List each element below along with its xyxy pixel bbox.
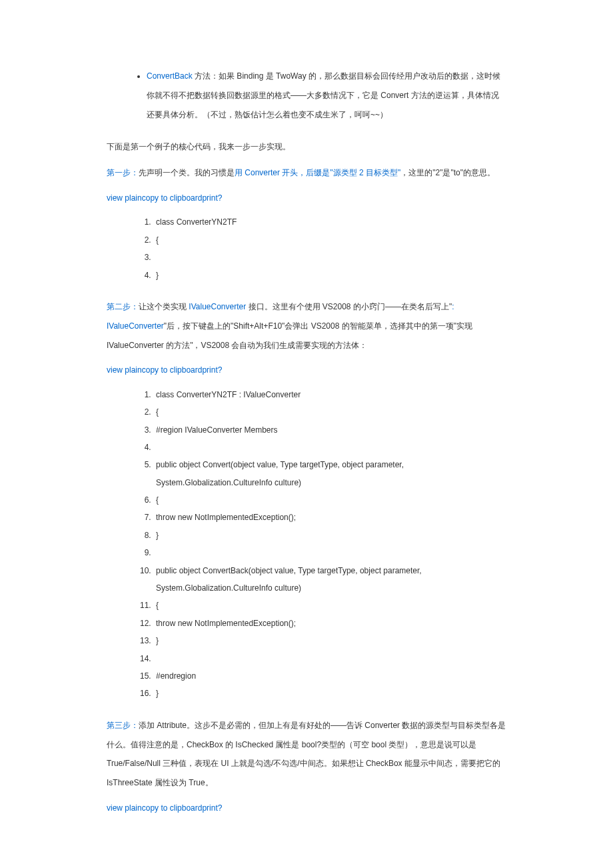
code-line: class ConverterYN2TF : IValueConverter xyxy=(153,386,506,403)
code-line xyxy=(153,439,506,456)
copy-link[interactable]: copy to clipboard xyxy=(142,803,203,813)
code-line: #region IValueConverter Members xyxy=(153,421,506,439)
code-line: } xyxy=(153,632,506,649)
step2-label: 第二步： xyxy=(107,302,139,311)
step3-label: 第三步： xyxy=(107,721,139,730)
bullet-item-convertback: ConvertBack 方法：如果 Binding 是 TwoWay 的，那么数… xyxy=(147,67,506,124)
view-links-3: view plaincopy to clipboardprint? xyxy=(107,799,506,817)
step1-label: 第一步： xyxy=(107,168,139,177)
code-line: throw new NotImplementedException(); xyxy=(153,509,506,526)
copy-link[interactable]: copy to clipboard xyxy=(142,365,203,375)
step3-text: 添加 Attribute。这步不是必需的，但加上有是有好处的——告诉 Conve… xyxy=(107,721,506,787)
step2-paragraph: 第二步：让这个类实现 IValueConverter 接口。这里有个使用 VS2… xyxy=(107,297,506,355)
step2-text2: 接口。这里有个使用 VS2008 的小窍门——在类名后写上" xyxy=(246,302,452,311)
step1-link: 用 Converter 开头，后缀是"源类型 2 目标类型" xyxy=(235,168,400,177)
code-line xyxy=(153,650,506,667)
view-plain-link[interactable]: view plain xyxy=(107,193,142,203)
step1-text-after: ，这里的"2"是"to"的意思。 xyxy=(400,168,495,177)
code-line: #endregion xyxy=(153,667,506,685)
code-block-1: class ConverterYN2TF { } xyxy=(107,213,506,284)
step2-text1: 让这个类实现 xyxy=(139,302,189,311)
print-link[interactable]: print xyxy=(202,193,217,203)
help-link[interactable]: ? xyxy=(218,193,223,203)
code-line: public object ConvertBack(object value, … xyxy=(153,562,506,597)
help-link[interactable]: ? xyxy=(218,365,223,375)
print-link[interactable]: print xyxy=(202,803,217,813)
intro-paragraph: 下面是第一个例子的核心代码，我来一步一步实现。 xyxy=(107,137,506,157)
print-link[interactable]: print xyxy=(202,365,217,375)
code-line xyxy=(153,249,506,266)
step3-paragraph: 第三步：添加 Attribute。这步不是必需的，但加上有是有好处的——告诉 C… xyxy=(107,716,506,793)
view-plain-link[interactable]: view plain xyxy=(107,803,142,813)
code-line: } xyxy=(153,527,506,544)
code-line: { xyxy=(153,597,506,614)
code-line: class ConverterYN2TF xyxy=(153,213,506,231)
code-line: { xyxy=(153,231,506,249)
view-links-2: view plaincopy to clipboardprint? xyxy=(107,361,506,379)
code-line: public object Convert(object value, Type… xyxy=(153,456,506,491)
code-line xyxy=(153,544,506,561)
step1-paragraph: 第一步：先声明一个类。我的习惯是用 Converter 开头，后缀是"源类型 2… xyxy=(107,163,506,183)
step2-link1: IValueConverter xyxy=(189,302,246,311)
view-links-1: view plaincopy to clipboardprint? xyxy=(107,189,506,207)
convertback-method-link[interactable]: ConvertBack xyxy=(147,71,193,81)
step1-text-before: 先声明一个类。我的习惯是 xyxy=(139,168,235,177)
code-line: { xyxy=(153,403,506,421)
code-line: } xyxy=(153,267,506,284)
code-block-2: class ConverterYN2TF : IValueConverter {… xyxy=(107,386,506,703)
bullet-list: ConvertBack 方法：如果 Binding 是 TwoWay 的，那么数… xyxy=(107,67,506,124)
view-plain-link[interactable]: view plain xyxy=(107,365,142,375)
code-line: { xyxy=(153,491,506,509)
help-link[interactable]: ? xyxy=(218,803,223,813)
code-line: throw new NotImplementedException(); xyxy=(153,615,506,632)
copy-link[interactable]: copy to clipboard xyxy=(142,193,203,203)
code-line: } xyxy=(153,685,506,702)
convertback-text: 方法：如果 Binding 是 TwoWay 的，那么数据目标会回传经用户改动后… xyxy=(147,71,500,119)
